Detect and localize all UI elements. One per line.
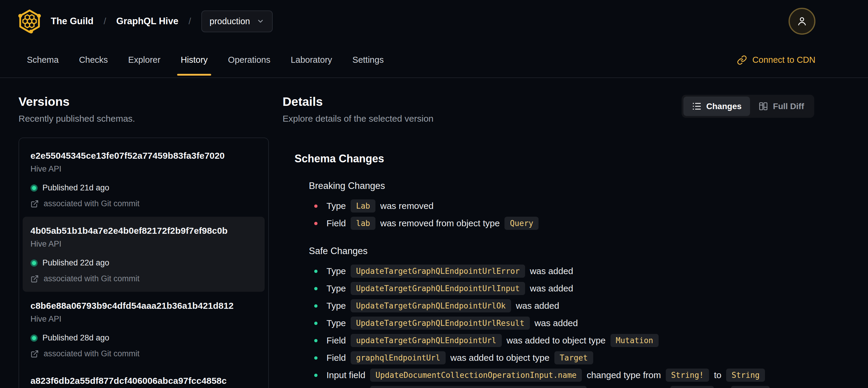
code-badge: Query <box>504 217 538 230</box>
change-item: TypeUpdateTargetGraphQLEndpointUrlInputw… <box>314 281 814 295</box>
change-item: Fieldlabwas removed from object typeQuer… <box>314 216 814 230</box>
details-header-text: Details Explore details of the selected … <box>283 95 433 124</box>
version-published: Published 28d ago <box>42 333 109 342</box>
published-status-dot <box>30 334 38 342</box>
code-badge: updateTargetGraphQLEndpointUrl <box>351 334 502 347</box>
external-link-icon <box>30 350 39 358</box>
code-badge: UpdateDocumentCollectionOperationInput.q… <box>370 386 587 388</box>
change-list: TypeLabwas removed Fieldlabwas removed f… <box>309 199 814 230</box>
version-list-item[interactable]: a823f6db2a55df877dcf406006abca97fcc4858c… <box>23 367 265 388</box>
version-git-label: associated with Git commit <box>43 274 140 283</box>
schema-changes: Schema Changes Breaking Changes TypeLabw… <box>294 152 814 388</box>
version-git-link[interactable]: associated with Git commit <box>30 199 257 208</box>
tab-checks[interactable]: Checks <box>69 42 118 78</box>
versions-title: Versions <box>19 95 269 109</box>
full-diff-view-button[interactable]: Full Diff <box>750 96 812 116</box>
nav-tabs: Schema Checks Explorer History Operation… <box>17 42 394 78</box>
change-text: was added to object type <box>451 353 550 363</box>
change-text: was added <box>516 301 559 311</box>
section-title: Safe Changes <box>309 246 814 257</box>
version-git-link[interactable]: associated with Git commit <box>30 349 257 358</box>
change-content: TypeUpdateTargetGraphQLEndpointUrlInputw… <box>327 282 573 295</box>
published-status-dot <box>30 184 38 191</box>
code-badge: UpdateTargetGraphQLEndpointUrlResult <box>351 317 530 330</box>
tab-label: History <box>181 55 208 65</box>
versions-panel: Versions Recently published schemas. e2e… <box>19 95 269 388</box>
change-text: Field <box>327 335 346 346</box>
tab-label: Checks <box>79 55 108 65</box>
tab-explorer[interactable]: Explorer <box>118 42 170 78</box>
breadcrumb-org[interactable]: The Guild <box>51 16 93 27</box>
bullet-icon <box>314 356 317 360</box>
version-list-item[interactable]: 4b05ab51b1b4a7e2e4b0ef82172f2b9f7ef98c0b… <box>23 217 265 292</box>
code-badge: UpdateTargetGraphQLEndpointUrlOk <box>351 299 511 313</box>
target-navbar: Schema Checks Explorer History Operation… <box>0 42 868 78</box>
change-text: Type <box>327 201 346 211</box>
change-content: Fieldlabwas removed from object typeQuer… <box>327 217 538 230</box>
tab-label: Schema <box>27 55 59 65</box>
tab-schema[interactable]: Schema <box>17 42 69 78</box>
tab-operations[interactable]: Operations <box>218 42 280 78</box>
version-hash: 4b05ab51b1b4a7e2e4b0ef82172f2b9f7ef98c0b <box>30 226 257 236</box>
list-icon <box>692 101 702 111</box>
target-selector[interactable]: production <box>201 10 273 32</box>
change-text: Type <box>327 266 346 276</box>
change-content: FieldgraphqlEndpointUrlwas added to obje… <box>327 351 593 365</box>
nav-spacer <box>394 42 737 78</box>
main-content: Versions Recently published schemas. e2e… <box>0 78 868 388</box>
tab-label: Operations <box>228 55 270 65</box>
version-service: Hive API <box>30 239 257 249</box>
change-text: was added <box>530 283 573 294</box>
version-list-item[interactable]: c8b6e88a06793b9c4dfd54aaa21b36a1b421d812… <box>23 292 265 367</box>
change-content: FieldupdateTargetGraphQLEndpointUrlwas a… <box>327 334 659 347</box>
change-text: was added <box>535 318 578 328</box>
connect-to-cdn-button[interactable]: Connect to CDN <box>737 42 815 78</box>
version-list-item[interactable]: e2e55045345ce13fe07f52a77459b83fa3fe7020… <box>23 142 265 217</box>
tab-laboratory[interactable]: Laboratory <box>280 42 342 78</box>
breadcrumb-separator: / <box>104 16 106 26</box>
change-text: was removed from object type <box>380 218 500 228</box>
section-title: Breaking Changes <box>309 181 814 191</box>
change-item: FieldupdateTargetGraphQLEndpointUrlwas a… <box>314 334 814 347</box>
tab-settings[interactable]: Settings <box>342 42 394 78</box>
hive-logo-icon[interactable] <box>17 8 42 34</box>
change-content: Input fieldUpdateDocumentCollectionOpera… <box>327 386 770 388</box>
breadcrumb-project[interactable]: GraphQL Hive <box>116 16 178 27</box>
change-text: Type <box>327 318 346 328</box>
target-selector-value: production <box>210 17 250 26</box>
change-item: Input fieldUpdateDocumentCollectionOpera… <box>314 386 814 388</box>
version-hash: e2e55045345ce13fe07f52a77459b83fa3fe7020 <box>30 151 257 161</box>
version-git-link[interactable]: associated with Git commit <box>30 274 257 283</box>
change-text: Field <box>327 353 346 363</box>
code-badge: UpdateTargetGraphQLEndpointUrlError <box>351 265 525 278</box>
bullet-icon <box>314 287 317 290</box>
tab-label: Explorer <box>128 55 160 65</box>
version-hash: a823f6db2a55df877dcf406006abca97fcc4858c <box>30 376 257 386</box>
change-item: TypeLabwas removed <box>314 199 814 213</box>
change-text: was added to object type <box>506 335 606 346</box>
safe-changes-section: Safe Changes TypeUpdateTargetGraphQLEndp… <box>309 246 814 388</box>
view-toggle: Changes Full Diff <box>682 95 814 118</box>
bullet-icon <box>314 339 317 342</box>
user-menu-button[interactable] <box>788 8 815 35</box>
tab-history[interactable]: History <box>170 42 218 78</box>
split-columns-icon <box>758 101 768 111</box>
code-badge: Mutation <box>611 334 659 347</box>
details-panel: Details Explore details of the selected … <box>283 95 814 388</box>
app-header: The Guild / GraphQL Hive / production <box>0 0 868 42</box>
change-content: TypeUpdateTargetGraphQLEndpointUrlResult… <box>327 317 578 330</box>
details-subtitle: Explore details of the selected version <box>283 114 433 124</box>
external-link-icon <box>30 200 39 208</box>
version-hash: c8b6e88a06793b9c4dfd54aaa21b36a1b421d812 <box>30 301 257 311</box>
version-published: Published 21d ago <box>42 183 109 192</box>
change-item: TypeUpdateTargetGraphQLEndpointUrlErrorw… <box>314 264 814 278</box>
tab-label: Laboratory <box>291 55 332 65</box>
details-header: Details Explore details of the selected … <box>283 95 814 124</box>
breadcrumb: The Guild / GraphQL Hive / production <box>51 10 273 32</box>
bullet-icon <box>314 222 317 225</box>
change-item: TypeUpdateTargetGraphQLEndpointUrlResult… <box>314 316 814 330</box>
changes-view-button[interactable]: Changes <box>683 96 750 116</box>
bullet-icon <box>314 205 317 208</box>
full-diff-view-label: Full Diff <box>773 101 804 111</box>
code-badge: Target <box>554 351 593 365</box>
